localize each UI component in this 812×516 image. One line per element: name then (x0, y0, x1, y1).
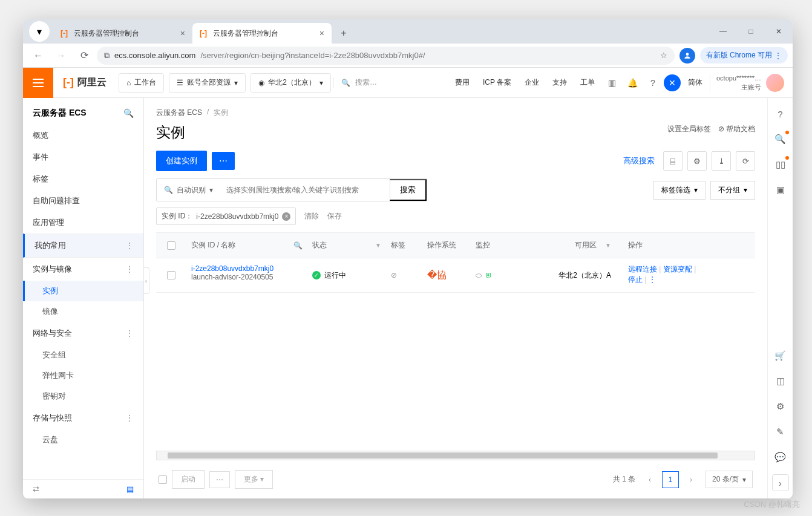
menu-button[interactable] (23, 68, 53, 98)
rail-panel-icon[interactable]: ▣ (772, 181, 789, 198)
app-icon[interactable]: ✕ (664, 74, 681, 91)
nav-support[interactable]: 支持 (546, 77, 573, 88)
horizontal-scrollbar[interactable] (156, 451, 755, 460)
more-icon[interactable]: ⋮ (125, 413, 134, 423)
chart-icon[interactable]: ⬭ (476, 271, 482, 279)
advanced-search-link[interactable]: 高级搜索 (620, 155, 658, 166)
rail-wallet-icon[interactable]: ◫ (772, 373, 789, 390)
collapse-icon[interactable]: ▤ (126, 485, 134, 494)
swap-icon[interactable]: ⇄ (33, 485, 39, 494)
nav-ticket[interactable]: 工单 (574, 77, 601, 88)
maximize-button[interactable]: □ (737, 19, 765, 44)
rail-cart-icon[interactable]: 🛒 (772, 347, 789, 364)
search-mode-selector[interactable]: 🔍 自动识别 ▾ (157, 179, 220, 201)
workspace-button[interactable]: ⌂ 工作台 (119, 73, 164, 93)
more-icon[interactable]: ⋮ (125, 241, 134, 250)
tag-icon[interactable]: ⊘ (391, 271, 397, 279)
remote-connect-link[interactable]: 远程连接 (628, 265, 657, 273)
next-page-button[interactable]: › (683, 471, 699, 488)
brand-logo[interactable]: [-] 阿里云 (53, 76, 116, 89)
tab-dropdown[interactable]: ▾ (29, 21, 50, 42)
new-tab-button[interactable]: + (335, 25, 352, 42)
row-checkbox[interactable] (167, 271, 175, 279)
sidebar-item-tags[interactable]: 标签 (23, 168, 143, 190)
close-icon[interactable]: × (318, 28, 326, 38)
browser-tab-0[interactable]: [-] 云服务器管理控制台 × (53, 23, 192, 44)
browser-tab-1[interactable]: [-] 云服务器管理控制台 × (192, 23, 332, 44)
header-search[interactable]: 🔍 搜索… (333, 77, 406, 88)
clear-filters-link[interactable]: 清除 (304, 211, 319, 221)
footer-select-all[interactable] (159, 475, 167, 484)
help-link[interactable]: 帮助文档 (726, 125, 755, 133)
url-input[interactable]: ⧉ ecs.console.aliyun.com/server/region/c… (97, 47, 675, 65)
sidebar-item-disk[interactable]: 云盘 (23, 429, 143, 450)
bookmark-icon[interactable]: ☆ (660, 51, 667, 60)
rail-help-icon[interactable]: ? (772, 105, 789, 122)
rail-edit-icon[interactable]: ✎ (772, 423, 789, 440)
download-icon[interactable]: ⤓ (712, 151, 731, 171)
sidebar-section-instance[interactable]: 实例与镜像⋮ (23, 258, 143, 281)
sidebar-item-events[interactable]: 事件 (23, 146, 143, 168)
refresh-icon[interactable]: ⟳ (736, 151, 755, 171)
region-selector[interactable]: ◉ 华北2（北京） ▾ (250, 73, 331, 93)
chrome-update-button[interactable]: 有新版 Chrome 可用 ⋮ (700, 47, 788, 64)
row-more-icon[interactable]: ⋮ (649, 275, 656, 284)
rail-chat-icon[interactable]: 💬 (772, 449, 789, 466)
sidebar-item-keypair[interactable]: 密钥对 (23, 386, 143, 407)
page-size-selector[interactable]: 20 条/页 ▾ (706, 471, 753, 488)
rail-search-icon[interactable]: 🔍 (772, 131, 789, 148)
page-number[interactable]: 1 (662, 471, 679, 488)
search-icon[interactable]: 🔍 (123, 108, 134, 118)
sidebar-item-instance[interactable]: 实例 (23, 281, 143, 301)
rail-expand-icon[interactable]: › (772, 474, 789, 491)
more-icon[interactable]: ⋮ (125, 328, 134, 338)
sidebar-item-diagnosis[interactable]: 自助问题排查 (23, 190, 143, 212)
back-button[interactable]: ← (28, 45, 48, 66)
settings-icon[interactable]: ⚙ (687, 151, 707, 171)
cloudshell-icon[interactable]: ▥ (602, 73, 621, 93)
sidebar-section-network[interactable]: 网络与安全⋮ (23, 322, 143, 345)
chip-remove-icon[interactable]: × (282, 212, 290, 221)
resource-config-link[interactable]: 资源变配 (663, 265, 692, 273)
lang-selector[interactable]: 简体 (682, 77, 709, 88)
close-button[interactable]: ✕ (765, 19, 793, 44)
tag-filter-button[interactable]: 标签筛选 ▾ (653, 181, 706, 200)
reload-button[interactable]: ⟳ (74, 45, 94, 66)
search-input[interactable] (220, 179, 390, 201)
user-menu[interactable]: octopu*******… 主账号 (710, 74, 790, 92)
close-icon[interactable]: × (179, 28, 186, 38)
sidebar-section-storage[interactable]: 存储与快照⋮ (23, 407, 143, 429)
site-info-icon[interactable]: ⧉ (104, 51, 110, 60)
nav-enterprise[interactable]: 企业 (519, 77, 545, 88)
filter-icon[interactable]: ▼ (605, 242, 611, 249)
shield-icon[interactable]: ⛨ (485, 271, 493, 279)
create-more-button[interactable]: ⋯ (212, 152, 235, 170)
forward-button[interactable]: → (51, 45, 71, 66)
nav-icp[interactable]: ICP 备案 (477, 77, 517, 88)
notification-icon[interactable]: 🔔 (623, 73, 642, 93)
rail-gear-icon[interactable]: ⚙ (772, 398, 789, 415)
sidebar-item-overview[interactable]: 概览 (23, 125, 143, 146)
sidebar-item-secgroup[interactable]: 安全组 (23, 345, 143, 365)
prev-page-button[interactable]: ‹ (641, 471, 658, 488)
sidebar-item-eni[interactable]: 弹性网卡 (23, 365, 143, 386)
filter-icon[interactable]: ▼ (375, 242, 381, 249)
account-selector[interactable]: ☰ 账号全部资源 ▾ (169, 73, 246, 93)
start-button[interactable]: 启动 (172, 470, 205, 489)
global-tag-link[interactable]: 设置全局标签 (667, 124, 711, 134)
sidebar-section-my[interactable]: 我的常用⋮ (23, 234, 143, 258)
search-icon[interactable]: 🔍 (293, 241, 303, 250)
sidebar-item-image[interactable]: 镜像 (23, 301, 143, 322)
select-all-checkbox[interactable] (167, 241, 175, 250)
profile-button[interactable] (679, 48, 695, 64)
sidebar-item-app[interactable]: 应用管理 (23, 212, 143, 234)
group-button[interactable]: 不分组 ▾ (710, 181, 755, 200)
footer-dropdown[interactable]: 更多 ▾ (235, 470, 273, 489)
layers-icon[interactable]: ⌸ (663, 151, 683, 171)
sidebar-collapse-handle[interactable]: ‹ (144, 267, 149, 294)
rail-book-icon[interactable]: ▯▯ (772, 156, 789, 173)
more-icon[interactable]: ⋮ (125, 264, 134, 274)
search-button[interactable]: 搜索 (390, 179, 427, 201)
stop-link[interactable]: 停止 (628, 275, 643, 284)
footer-more-button[interactable]: ⋯ (209, 471, 230, 488)
